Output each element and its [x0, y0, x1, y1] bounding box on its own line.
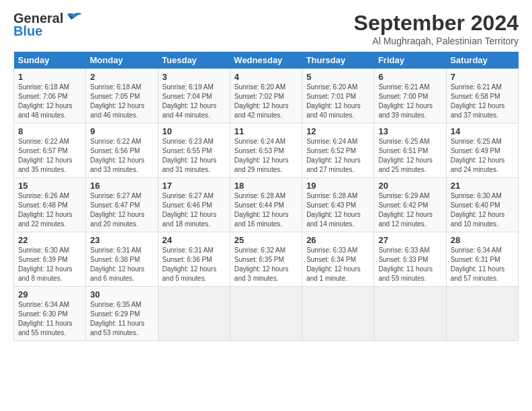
calendar-cell: [158, 287, 230, 341]
day-info: Sunrise: 6:21 AM Sunset: 6:58 PM Dayligh…: [451, 83, 514, 120]
day-number: 29: [18, 289, 81, 300]
day-number: 6: [378, 72, 441, 82]
header-monday: Monday: [86, 52, 158, 69]
day-number: 10: [163, 126, 226, 136]
day-number: 22: [18, 235, 81, 245]
calendar-body: 1Sunrise: 6:18 AM Sunset: 7:06 PM Daylig…: [14, 69, 519, 341]
day-info: Sunrise: 6:25 AM Sunset: 6:51 PM Dayligh…: [378, 137, 441, 175]
calendar-title: September 2024: [354, 11, 519, 36]
day-number: 4: [234, 72, 298, 82]
calendar-table: Sunday Monday Tuesday Wednesday Thursday…: [13, 52, 519, 341]
week-row-2: 8Sunrise: 6:22 AM Sunset: 6:57 PM Daylig…: [14, 124, 519, 178]
day-number: 27: [378, 235, 441, 245]
calendar-cell: 7Sunrise: 6:21 AM Sunset: 6:58 PM Daylig…: [446, 69, 518, 124]
week-row-3: 15Sunrise: 6:26 AM Sunset: 6:48 PM Dayli…: [14, 178, 519, 232]
day-info: Sunrise: 6:20 AM Sunset: 7:02 PM Dayligh…: [234, 83, 298, 120]
day-info: Sunrise: 6:20 AM Sunset: 7:01 PM Dayligh…: [306, 83, 369, 120]
week-row-4: 22Sunrise: 6:30 AM Sunset: 6:39 PM Dayli…: [14, 232, 519, 287]
calendar-cell: 18Sunrise: 6:28 AM Sunset: 6:44 PM Dayli…: [230, 178, 302, 232]
calendar-cell: [374, 287, 446, 341]
day-number: 19: [306, 181, 369, 191]
calendar-cell: 28Sunrise: 6:34 AM Sunset: 6:31 PM Dayli…: [446, 232, 518, 287]
calendar-cell: 1Sunrise: 6:18 AM Sunset: 7:06 PM Daylig…: [14, 69, 86, 124]
calendar-cell: 20Sunrise: 6:29 AM Sunset: 6:42 PM Dayli…: [374, 178, 446, 232]
day-number: 1: [18, 72, 81, 82]
day-info: Sunrise: 6:27 AM Sunset: 6:46 PM Dayligh…: [163, 191, 226, 229]
header-friday: Friday: [374, 52, 446, 69]
calendar-cell: 12Sunrise: 6:24 AM Sunset: 6:52 PM Dayli…: [302, 124, 374, 178]
calendar-cell: 11Sunrise: 6:24 AM Sunset: 6:53 PM Dayli…: [230, 124, 302, 178]
calendar-cell: 22Sunrise: 6:30 AM Sunset: 6:39 PM Dayli…: [14, 232, 86, 287]
calendar-cell: 14Sunrise: 6:25 AM Sunset: 6:49 PM Dayli…: [446, 124, 518, 178]
header-thursday: Thursday: [302, 52, 374, 69]
logo-blue-text: Blue: [13, 24, 42, 39]
calendar-cell: 27Sunrise: 6:33 AM Sunset: 6:33 PM Dayli…: [374, 232, 446, 287]
day-info: Sunrise: 6:25 AM Sunset: 6:49 PM Dayligh…: [451, 137, 514, 175]
calendar-cell: 2Sunrise: 6:18 AM Sunset: 7:05 PM Daylig…: [86, 69, 158, 124]
day-number: 12: [306, 126, 369, 136]
calendar-cell: 30Sunrise: 6:35 AM Sunset: 6:29 PM Dayli…: [86, 287, 158, 341]
calendar-cell: 5Sunrise: 6:20 AM Sunset: 7:01 PM Daylig…: [302, 69, 374, 124]
day-info: Sunrise: 6:22 AM Sunset: 6:57 PM Dayligh…: [18, 137, 81, 175]
header-row: Sunday Monday Tuesday Wednesday Thursday…: [14, 52, 519, 69]
calendar-cell: 17Sunrise: 6:27 AM Sunset: 6:46 PM Dayli…: [158, 178, 230, 232]
day-number: 16: [90, 181, 153, 191]
header-saturday: Saturday: [446, 52, 518, 69]
calendar-cell: 6Sunrise: 6:21 AM Sunset: 7:00 PM Daylig…: [374, 69, 446, 124]
calendar-cell: 19Sunrise: 6:28 AM Sunset: 6:43 PM Dayli…: [302, 178, 374, 232]
day-number: 15: [18, 181, 81, 191]
day-info: Sunrise: 6:30 AM Sunset: 6:39 PM Dayligh…: [18, 246, 81, 283]
day-info: Sunrise: 6:32 AM Sunset: 6:35 PM Dayligh…: [234, 246, 298, 283]
calendar-cell: 24Sunrise: 6:31 AM Sunset: 6:36 PM Dayli…: [158, 232, 230, 287]
day-number: 25: [234, 235, 298, 245]
day-number: 3: [163, 72, 226, 82]
day-number: 13: [378, 126, 441, 136]
day-info: Sunrise: 6:34 AM Sunset: 6:30 PM Dayligh…: [18, 300, 81, 338]
day-number: 28: [451, 235, 514, 245]
calendar-cell: 25Sunrise: 6:32 AM Sunset: 6:35 PM Dayli…: [230, 232, 302, 287]
day-info: Sunrise: 6:35 AM Sunset: 6:29 PM Dayligh…: [90, 300, 153, 338]
day-info: Sunrise: 6:23 AM Sunset: 6:55 PM Dayligh…: [163, 137, 226, 175]
day-info: Sunrise: 6:31 AM Sunset: 6:36 PM Dayligh…: [163, 246, 226, 283]
day-info: Sunrise: 6:24 AM Sunset: 6:52 PM Dayligh…: [306, 137, 369, 175]
day-number: 18: [234, 181, 298, 191]
day-info: Sunrise: 6:22 AM Sunset: 6:56 PM Dayligh…: [90, 137, 153, 175]
calendar-cell: [446, 287, 518, 341]
day-info: Sunrise: 6:28 AM Sunset: 6:44 PM Dayligh…: [234, 191, 298, 229]
week-row-1: 1Sunrise: 6:18 AM Sunset: 7:06 PM Daylig…: [14, 69, 519, 124]
title-area: September 2024 Al Mughraqah, Palestinian…: [354, 11, 519, 46]
day-number: 17: [163, 181, 226, 191]
calendar-cell: 23Sunrise: 6:31 AM Sunset: 6:38 PM Dayli…: [86, 232, 158, 287]
header-area: General Blue September 2024 Al Mughraqah…: [13, 11, 519, 46]
calendar-subtitle: Al Mughraqah, Palestinian Territory: [354, 36, 519, 46]
header-sunday: Sunday: [14, 52, 86, 69]
day-number: 11: [234, 126, 298, 136]
day-info: Sunrise: 6:27 AM Sunset: 6:47 PM Dayligh…: [90, 191, 153, 229]
page: General Blue September 2024 Al Mughraqah…: [0, 0, 532, 348]
calendar-cell: 15Sunrise: 6:26 AM Sunset: 6:48 PM Dayli…: [14, 178, 86, 232]
calendar-cell: 4Sunrise: 6:20 AM Sunset: 7:02 PM Daylig…: [230, 69, 302, 124]
day-number: 21: [451, 181, 514, 191]
day-number: 9: [90, 126, 153, 136]
logo: General Blue: [13, 11, 83, 39]
day-number: 30: [90, 289, 153, 300]
day-number: 7: [451, 72, 514, 82]
calendar-header: Sunday Monday Tuesday Wednesday Thursday…: [14, 52, 519, 69]
header-wednesday: Wednesday: [230, 52, 302, 69]
day-number: 23: [90, 235, 153, 245]
calendar-cell: 21Sunrise: 6:30 AM Sunset: 6:40 PM Dayli…: [446, 178, 518, 232]
day-info: Sunrise: 6:21 AM Sunset: 7:00 PM Dayligh…: [378, 83, 441, 120]
calendar-cell: 29Sunrise: 6:34 AM Sunset: 6:30 PM Dayli…: [14, 287, 86, 341]
logo-bird-icon: [64, 11, 83, 26]
calendar-cell: 3Sunrise: 6:19 AM Sunset: 7:04 PM Daylig…: [158, 69, 230, 124]
calendar-cell: 13Sunrise: 6:25 AM Sunset: 6:51 PM Dayli…: [374, 124, 446, 178]
day-info: Sunrise: 6:31 AM Sunset: 6:38 PM Dayligh…: [90, 246, 153, 283]
day-info: Sunrise: 6:29 AM Sunset: 6:42 PM Dayligh…: [378, 191, 441, 229]
day-info: Sunrise: 6:28 AM Sunset: 6:43 PM Dayligh…: [306, 191, 369, 229]
day-info: Sunrise: 6:18 AM Sunset: 7:06 PM Dayligh…: [18, 83, 81, 120]
day-number: 5: [306, 72, 369, 82]
day-info: Sunrise: 6:33 AM Sunset: 6:34 PM Dayligh…: [306, 246, 369, 283]
calendar-cell: 9Sunrise: 6:22 AM Sunset: 6:56 PM Daylig…: [86, 124, 158, 178]
day-info: Sunrise: 6:33 AM Sunset: 6:33 PM Dayligh…: [378, 246, 441, 283]
calendar-cell: [302, 287, 374, 341]
